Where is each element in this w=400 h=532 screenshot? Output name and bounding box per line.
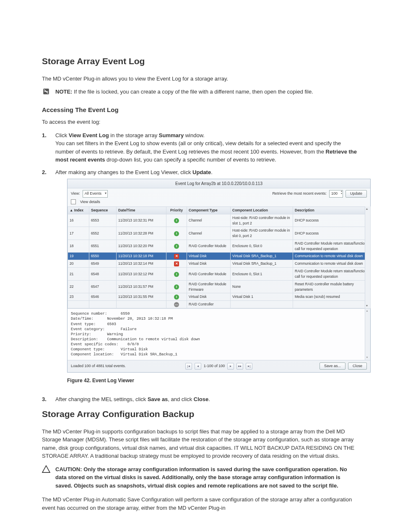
caution-icon [42,465,50,490]
table-row[interactable]: 17655211/20/13 10:32:28 PMiChannelHost-s… [68,227,371,240]
pager-first[interactable]: |◂ [185,363,192,370]
retrieve-label: Retrieve the most recent events: [272,191,327,197]
update-button[interactable]: Update [345,190,367,198]
critical-icon: ✕ [174,261,179,266]
caution-text: CAUTION: Only the storage array configur… [55,465,358,490]
col-description[interactable]: Description [293,207,371,214]
step-number: 3. [42,395,49,404]
info-icon: i [174,244,179,249]
col-index[interactable]: ▲ Index [68,207,89,214]
pager-prev[interactable]: ◂ [195,363,201,370]
auto-save-paragraph: The MD vCenter Plug-in Automatic Save Co… [42,495,358,512]
window-title: Event Log for Array2b at 10.0.0.220/10.0… [68,179,370,188]
pager-last[interactable]: ▸| [246,363,252,370]
note-text: NOTE: If the file is locked, you can cre… [55,88,358,96]
icon: — [174,302,179,307]
view-details-label: View details [80,199,100,205]
table-row[interactable]: 16655311/20/13 10:32:31 PMiChannelHost-s… [68,214,371,227]
col-datetime[interactable]: Date/Time [117,207,166,214]
info-icon: i [174,295,179,300]
backup-paragraph: The MD vCenter Plug-in supports configur… [42,428,358,460]
step-number: 1. [42,131,49,164]
event-grid: ▲ Index Sequence Date/Time Priority Comp… [68,206,371,308]
table-row[interactable]: —RAID Controller [68,301,371,308]
info-icon: i [174,231,179,236]
pager-next[interactable]: ▸ [227,363,234,370]
heading-accessing: Accessing The Event Log [42,105,358,115]
info-icon: i [174,272,179,277]
figure-caption: Figure 42. Event Log Viewer [67,377,371,384]
event-log-screenshot: Event Log for Array2b at 10.0.0.220/10.0… [67,179,371,373]
view-select[interactable]: All Events [83,190,108,198]
col-component-location[interactable]: Component Location [231,207,293,214]
info-icon: i [174,218,179,223]
step-3: After changing the MEL settings, click S… [55,395,358,404]
details-scrollbar[interactable] [365,309,370,360]
event-details-pane: Sequence number: 6550 Date/Time: Novembe… [68,308,370,360]
info-icon: i [174,284,179,289]
pager-range: 1-100 of 100 [204,363,225,369]
retrieve-count-input[interactable]: 100 [329,190,343,198]
view-label: View: [71,191,80,197]
table-row[interactable]: 23654611/20/13 10:31:55 PMiVirtual DiskV… [68,293,371,301]
col-priority[interactable]: Priority [166,207,187,214]
col-sequence[interactable]: Sequence [89,207,117,214]
step-1: Click View Event Log in the storage arra… [55,131,358,164]
table-row[interactable]: 22654711/20/13 10:31:57 PMiRAID Controll… [68,280,371,293]
close-button[interactable]: Close [348,362,367,370]
loaded-status: Loaded 100 of 4881 total events. [71,363,126,369]
col-component-type[interactable]: Component Type [187,207,231,214]
step-number: 2. [42,168,49,391]
table-row[interactable]: 18655111/20/13 10:32:20 PMiRAID Controll… [68,240,371,253]
step-2: After making any changes to the Event Lo… [55,168,371,391]
table-row[interactable]: 19655011/20/13 10:32:18 PM✕Virtual DiskV… [68,253,371,260]
table-row[interactable]: 20654911/20/13 10:32:14 PM✕Virtual DiskV… [68,260,371,268]
intro-paragraph: The MD vCenter Plug-in allows you to vie… [42,75,358,83]
pager-next2[interactable]: ▸▸ [236,363,243,370]
heading-config-backup: Storage Array Configuration Backup [42,407,358,421]
heading-event-log: Storage Array Event Log [42,55,358,68]
critical-icon: ✕ [174,254,179,259]
access-intro: To access the event log: [42,118,358,126]
grid-scrollbar[interactable] [365,206,370,308]
save-as-button[interactable]: Save as... [319,362,345,370]
note-icon [42,88,50,96]
view-details-checkbox[interactable] [71,199,76,204]
table-row[interactable]: 21654811/20/13 10:32:12 PMiRAID Controll… [68,268,371,281]
